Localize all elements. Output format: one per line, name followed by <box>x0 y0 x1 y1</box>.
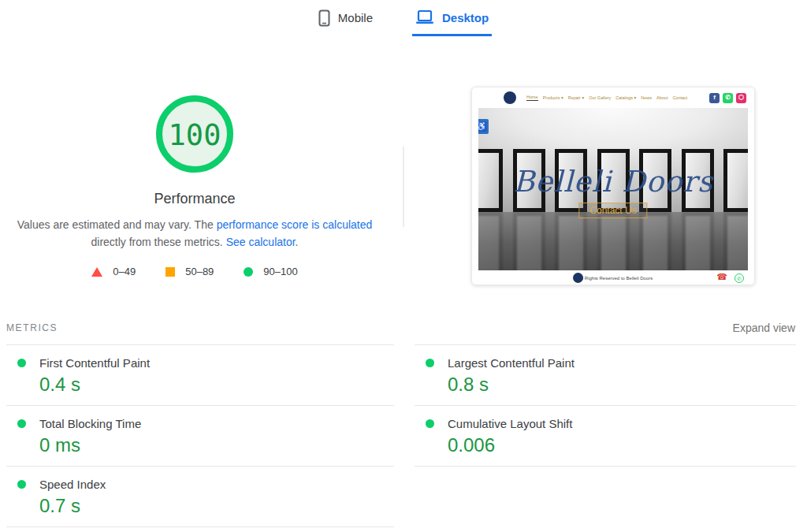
tab-desktop[interactable]: Desktop <box>414 6 490 36</box>
performance-score-section: 100 Performance Values are estimated and… <box>0 95 389 277</box>
score-description: Values are estimated and may vary. The p… <box>9 216 381 251</box>
tab-desktop-label: Desktop <box>442 9 489 27</box>
instagram-icon: ⬡ <box>736 93 746 103</box>
metric-name: Speed Index <box>39 478 106 491</box>
final-screenshot-thumbnail: Home Products ▾ Repair ▾ Our Gallery Cat… <box>471 87 755 285</box>
preview-contact-us-button: Contact Us <box>578 203 647 218</box>
preview-nav-item: Home <box>526 95 538 101</box>
preview-site-header: Home Products ▾ Repair ▾ Our Gallery Cat… <box>472 87 754 108</box>
door-graphic <box>597 212 630 270</box>
metric-speed-index: Speed Index 0.7 s <box>6 467 394 527</box>
preview-hero-title: Belleli Doors <box>478 165 748 199</box>
metric-first-contentful-paint: First Contentful Paint 0.4 s <box>6 345 394 406</box>
door-graphic <box>513 212 545 270</box>
preview-nav-item: Products ▾ <box>543 95 563 100</box>
expand-view-button[interactable]: Expand view <box>733 322 795 334</box>
metric-value: 0.8 s <box>448 374 796 396</box>
door-graphic <box>723 212 748 270</box>
performance-gauge[interactable]: 100 <box>155 95 234 173</box>
performance-label[interactable]: Performance <box>154 191 235 207</box>
phone-icon: ☎ <box>716 273 727 281</box>
pass-circle-icon <box>17 480 26 489</box>
active-tab-indicator <box>412 34 492 36</box>
metrics-header: METRICS Expand view <box>6 322 795 334</box>
door-graphic <box>639 212 671 270</box>
legend-fail: 0–49 <box>91 266 136 277</box>
laptop-icon <box>415 9 434 28</box>
legend-average-label: 50–89 <box>185 266 214 277</box>
site-logo-circle <box>504 91 516 104</box>
metric-value: 0.7 s <box>39 495 394 517</box>
legend-pass-label: 90–100 <box>263 266 297 277</box>
metric-value: 0.006 <box>448 434 796 456</box>
description-text: directly from these metrics. <box>91 236 226 248</box>
preview-nav-item: Contact <box>672 95 687 100</box>
preview-site-footer: © All Rights Reserved to Belleli Doors ☎… <box>472 270 754 285</box>
smartphone-icon <box>318 9 330 29</box>
door-graphic <box>478 212 503 270</box>
door-graphic <box>555 212 587 270</box>
preview-hero-image: Belleli Doors Contact Us ♿ <box>478 108 748 270</box>
score-legend: 0–49 50–89 90–100 <box>91 266 297 277</box>
metric-name: Total Blocking Time <box>39 417 141 430</box>
description-text: Values are estimated and may vary. The <box>17 218 217 231</box>
metrics-column-right: Largest Contentful Paint 0.8 s Cumulativ… <box>415 344 796 467</box>
pass-circle-icon <box>426 419 434 428</box>
preview-site-nav: Home Products ▾ Repair ▾ Our Gallery Cat… <box>526 95 687 101</box>
pass-circle-icon <box>17 419 26 428</box>
tab-mobile[interactable]: Mobile <box>317 6 374 36</box>
performance-score-value: 100 <box>169 118 221 152</box>
whatsapp-circle-icon: ✆ <box>734 273 744 283</box>
preview-nav-item: News <box>641 95 652 100</box>
preview-nav-item: About <box>656 95 668 100</box>
legend-pass: 90–100 <box>244 266 297 277</box>
preview-nav-item: Repair ▾ <box>568 95 585 100</box>
pass-circle-icon <box>244 267 253 277</box>
metrics-title: METRICS <box>6 322 58 333</box>
whatsapp-icon: ✆ <box>723 93 733 103</box>
legend-average: 50–89 <box>165 266 214 277</box>
doors-reflection-graphic <box>478 212 748 270</box>
pass-circle-icon <box>17 359 26 367</box>
device-tabbar: Mobile Desktop <box>0 6 807 36</box>
metric-name: Cumulative Layout Shift <box>448 417 572 430</box>
metrics-column-left: First Contentful Paint 0.4 s Total Block… <box>6 344 394 527</box>
tab-mobile-label: Mobile <box>338 9 373 27</box>
legend-fail-label: 0–49 <box>113 266 136 277</box>
metric-cumulative-layout-shift: Cumulative Layout Shift 0.006 <box>415 406 796 467</box>
vertical-divider <box>403 147 404 227</box>
preview-social-icons: f ✆ ⬡ <box>709 93 746 103</box>
preview-nav-item: Our Gallery <box>589 95 611 100</box>
pass-circle-icon <box>426 359 434 367</box>
see-calculator-link[interactable]: See calculator <box>226 236 296 248</box>
metric-name: First Contentful Paint <box>39 356 150 370</box>
accessibility-icon: ♿ <box>478 119 489 134</box>
metric-largest-contentful-paint: Largest Contentful Paint 0.8 s <box>415 345 796 406</box>
footer-logo-circle <box>573 273 583 283</box>
metric-value: 0 ms <box>39 434 394 456</box>
metric-total-blocking-time: Total Blocking Time 0 ms <box>6 406 394 467</box>
average-square-icon <box>165 267 175 277</box>
metric-value: 0.4 s <box>39 374 394 396</box>
facebook-icon: f <box>709 93 720 103</box>
fail-triangle-icon <box>91 267 102 277</box>
metric-name: Largest Contentful Paint <box>448 356 575 370</box>
door-graphic <box>682 212 714 270</box>
preview-nav-item: Catalogs ▾ <box>615 95 636 100</box>
calculation-link[interactable]: performance score is calculated <box>217 218 373 231</box>
preview-copyright: © All Rights Reserved to Belleli Doors <box>472 276 754 281</box>
description-text: . <box>296 236 299 248</box>
